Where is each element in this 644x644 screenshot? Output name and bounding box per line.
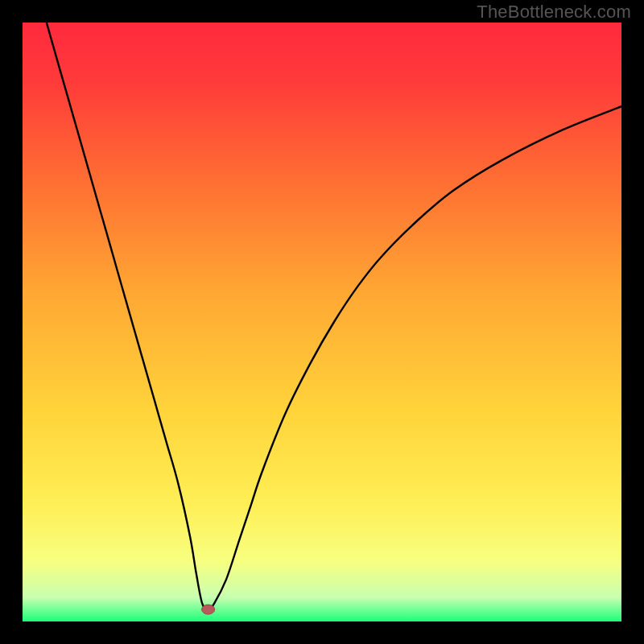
gradient-background: [23, 23, 621, 621]
optimal-point-marker: [202, 605, 215, 614]
watermark-text: TheBottleneck.com: [477, 2, 631, 23]
chart-frame: TheBottleneck.com: [0, 0, 644, 644]
plot-area: [23, 23, 621, 621]
plot-svg: [23, 23, 621, 621]
